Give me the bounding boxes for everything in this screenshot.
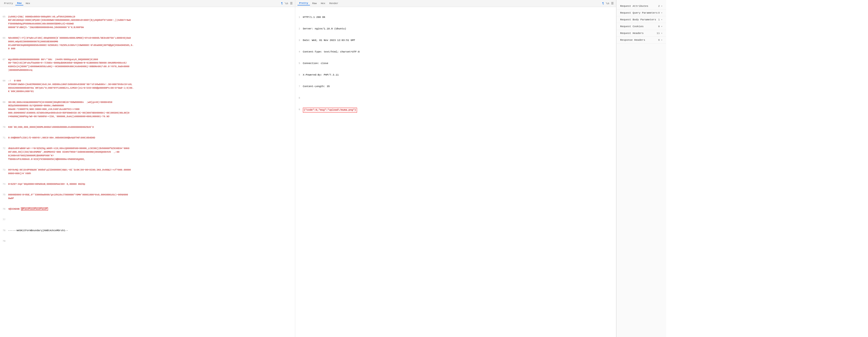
sidebar-label: Request Body Parameters xyxy=(620,18,658,21)
left-panel: Pretty Raw Hex ¶ \n ☰ 65 ÿy000j<Z0&( 000… xyxy=(0,0,295,337)
table-row: 78 ------WebKitFormBoundaryjXmBtAckceMOr… xyxy=(0,229,295,233)
sidebar-count: 0 xyxy=(658,11,660,14)
table-row: 9 {"code":0,"msg":"upload\/muma.png"} xyxy=(295,107,616,113)
chevron-down-icon: ▾ xyxy=(661,25,662,28)
table-row: 4 Content-Type: text/html; charset=UTF-8 xyxy=(295,50,616,54)
middle-tab-pretty[interactable]: Pretty xyxy=(298,1,310,5)
sidebar-label: Request Cookies xyxy=(620,25,658,28)
table-row: 5 Connection: close xyxy=(295,61,616,66)
middle-tab-raw[interactable]: Raw xyxy=(310,1,318,5)
paragraph-icon[interactable]: ¶ xyxy=(602,2,604,5)
middle-header-icons: ¶ \n ☰ xyxy=(602,2,614,5)
left-header-icons: ¶ \n ☰ xyxy=(281,2,292,5)
chevron-down-icon: ▾ xyxy=(661,11,662,14)
table-row: 76 4@IEND0B`@fasdfasdfasdfasdf xyxy=(0,207,295,211)
table-row: 69 30+00;0H0xnk0&U00000GT0}0<0G000]00qR0… xyxy=(0,101,295,119)
table-row: 7 Content-Length: 35 xyxy=(295,85,616,89)
chevron-down-icon: ▾ xyxy=(661,39,662,41)
middle-code-block: 1 HTTP/1.1 200 OK 2 Server: nginx/1.18.0… xyxy=(295,7,616,121)
left-panel-header: Pretty Raw Hex ¶ \n ☰ xyxy=(0,0,295,7)
left-tab-group: Pretty Raw Hex xyxy=(2,1,32,5)
sidebar-count: 0 xyxy=(658,25,660,28)
menu-icon[interactable]: ☰ xyxy=(611,2,614,5)
sidebar-label: Response Headers xyxy=(620,38,658,41)
left-panel-content: 65 ÿy000j<Z0&( 0000Do00k0r000q00V:A0_wf0… xyxy=(0,7,295,337)
sidebar-item-cookies[interactable]: Request Cookies 0 ▾ xyxy=(617,23,666,30)
left-tab-raw[interactable]: Raw xyxy=(16,1,24,5)
left-tab-hex[interactable]: Hex xyxy=(24,1,32,5)
newline-icon[interactable]: \n xyxy=(285,2,288,5)
sidebar-count: 2 xyxy=(658,4,660,7)
table-row: 1 HTTP/1.1 200 OK xyxy=(295,15,616,20)
middle-tab-render[interactable]: Render xyxy=(328,1,340,5)
table-row: 79 xyxy=(0,239,295,243)
sidebar-count: 1 xyxy=(658,18,660,21)
table-row: 3 Date: Wed, 01 Nov 2023 12:03:51 GMT xyxy=(295,38,616,43)
chevron-down-icon: ▾ xyxy=(661,18,662,21)
paragraph-icon[interactable]: ¶ xyxy=(281,2,283,5)
table-row: 68 -! 9!000 0T0000\0WG0+{0o0CM00000)0x0;… xyxy=(0,79,295,93)
sidebar-count: 6 xyxy=(658,38,660,41)
middle-panel-header: Pretty Raw Hex Render ¶ \n ☰ xyxy=(295,0,616,7)
sidebar-count: 11 xyxy=(656,32,660,35)
middle-panel-content: 1 HTTP/1.1 200 OK 2 Server: nginx/1.18.0… xyxy=(295,7,616,337)
sidebar-label: Request Attributes xyxy=(620,4,658,7)
sidebar-item-response-headers[interactable]: Response Headers 6 ▾ xyxy=(617,37,666,43)
sidebar-item-request-attributes[interactable]: Request Attributes 2 ▾ xyxy=(617,3,666,9)
sidebar-label: Request Query Parameters xyxy=(620,11,658,14)
sidebar-item-body-params[interactable]: Request Body Parameters 1 ▾ xyxy=(617,16,666,23)
table-row: 66 %0s0000}\!F[(0?w0cL0\00{;00q09000{0`0… xyxy=(0,36,295,50)
table-row: 75 00000D000!0=0bE,0*'E0000w0000/gni0%10… xyxy=(0,193,295,200)
table-row: 74 0<0Z0?:0q#'00p0000>00%00oB;000D000%AC… xyxy=(0,182,295,186)
middle-tab-group: Pretty Raw Hex Render xyxy=(298,1,340,5)
menu-icon[interactable]: ☰ xyxy=(290,2,293,5)
table-row: 67 Wgs0000n00000000000000 00^/'G0c 24#0%… xyxy=(0,58,295,72)
table-row: 77 xyxy=(0,218,295,222)
chevron-down-icon: ▾ xyxy=(661,5,662,7)
table-row: 6 X-Powered-By: PHP/7.3.11 xyxy=(295,73,616,77)
newline-icon[interactable]: \n xyxy=(606,2,610,5)
table-row: 70 K00`00;000,000_0000{000ML0000A\00000d… xyxy=(0,126,295,129)
table-row: 8 xyxy=(295,96,616,100)
sidebar-item-request-headers[interactable]: Request Headers 11 ▾ xyxy=(617,30,666,37)
table-row: 65 ÿy000j<Z0&( 0000Do00k0r000q00V:A0_wf0… xyxy=(0,15,295,29)
table-row: 71 0:00@000fc2S0)/E~000Y0!;00C0!00n.00b0… xyxy=(0,136,295,140)
left-code-block: 65 ÿy000j<Z0&( 0000Do00k0r000q00V:A0_wf0… xyxy=(0,7,295,251)
table-row: 2 Server: nginx/1.18.0 (Ubuntu) xyxy=(295,27,616,31)
table-row: 72 dK&0s0hFaB00^a0~~^0r0Z0Z0g;m00h~nl0;0… xyxy=(0,147,295,161)
sidebar-label: Request Headers xyxy=(620,32,656,35)
middle-tab-hex[interactable]: Hex xyxy=(319,1,327,5)
sidebar-item-query-params[interactable]: Request Query Parameters 0 ▾ xyxy=(617,9,666,16)
left-tab-pretty[interactable]: Pretty xyxy=(2,1,15,5)
middle-panel: Pretty Raw Hex Render ¶ \n ☰ 1 HTTP/1.1 … xyxy=(295,0,617,337)
table-row: 73 00Y0vNQ:00)dx0P00&00`000b0\pZID000000… xyxy=(0,168,295,175)
right-sidebar: Request Attributes 2 ▾ Request Query Par… xyxy=(616,0,666,337)
chevron-down-icon: ▾ xyxy=(661,32,662,35)
